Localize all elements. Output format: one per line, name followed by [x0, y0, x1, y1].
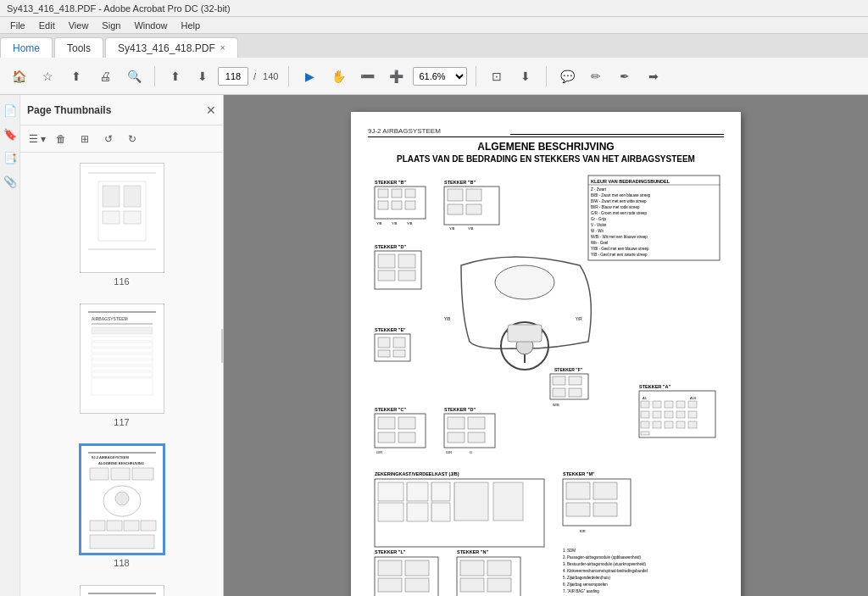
svg-text:KLEUR VAN BEDRADINGSBUNDEL: KLEUR VAN BEDRADINGSBUNDEL [591, 179, 670, 184]
svg-rect-147 [378, 482, 403, 501]
search-icon[interactable]: 🔍 [122, 64, 146, 88]
svg-text:STEKKER "B": STEKKER "B" [375, 180, 406, 185]
pointer-tool[interactable]: ▶ [298, 64, 321, 88]
view-mode-icon[interactable]: ⊡ [485, 64, 509, 88]
thumbnail-img-116 [80, 163, 164, 273]
thumbnail-119[interactable]: AIRBAGSYSTEEM 119 [20, 582, 223, 596]
print-icon[interactable]: 🖨 [93, 64, 117, 88]
page-number-input[interactable] [218, 67, 248, 86]
svg-rect-176 [487, 560, 511, 576]
main-area: 📄 🔖 📑 📎 Page Thumbnails ✕ ☰ ▾ 🗑 ⊞ ↺ ↻ [0, 95, 868, 596]
svg-text:STEKKER "M": STEKKER "M" [563, 471, 595, 476]
svg-text:AIRBAGSYSTEEM: AIRBAGSYSTEEM [92, 316, 128, 321]
svg-rect-125 [653, 421, 661, 428]
zoom-select[interactable]: 61.6% 50% 75% 100% 125% 150% 200% [413, 67, 467, 86]
tab-file[interactable]: Sy413_416_418.PDF × [105, 37, 238, 58]
home-icon[interactable]: 🏠 [7, 64, 31, 88]
tab-file-label: Sy413_416_418.PDF [118, 42, 215, 54]
pen-icon[interactable]: ✏ [584, 64, 608, 88]
airbag-diagram-svg: STEKKER "B" Y/B Y/B Y/B STEKKER "B" [368, 172, 724, 596]
zoom-in-icon[interactable]: ➕ [384, 64, 408, 88]
svg-rect-167 [378, 560, 402, 576]
pdf-subtitle: PLAATS VAN DE BEDRADING EN STEKKERS VAN … [368, 154, 724, 164]
thumbnail-117[interactable]: AIRBAGSYSTEEM 117 [20, 300, 223, 431]
menu-file[interactable]: File [3, 20, 32, 31]
svg-text:6. Zijairbag sensorspoelen: 6. Zijairbag sensorspoelen [563, 582, 608, 587]
svg-rect-12 [92, 327, 153, 334]
svg-text:7. "AIR BAG" aarding: 7. "AIR BAG" aarding [563, 589, 599, 593]
tab-tools[interactable]: Tools [54, 37, 103, 58]
menu-edit[interactable]: Edit [32, 20, 62, 31]
sidebar-tools: ☰ ▾ 🗑 ⊞ ↺ ↻ [20, 125, 223, 153]
svg-rect-60 [448, 189, 463, 201]
svg-text:STEKKER "A": STEKKER "A" [639, 384, 670, 389]
thumbnail-116[interactable]: 116 [20, 159, 223, 290]
menu-help[interactable]: Help [175, 20, 208, 31]
comment-icon[interactable]: 💬 [555, 64, 579, 88]
svg-rect-119 [641, 411, 649, 418]
tab-close-icon[interactable]: × [220, 43, 225, 53]
sidebar-close-icon[interactable]: ✕ [206, 103, 216, 117]
svg-rect-124 [641, 421, 649, 428]
layers-icon[interactable]: 📑 [2, 149, 19, 166]
svg-rect-86 [398, 270, 415, 281]
sidebar-header: Page Thumbnails ✕ [20, 95, 223, 125]
thumbnails-icon[interactable]: 📄 [2, 102, 19, 119]
toolbar-sep-4 [546, 66, 547, 86]
thumb-svg-118: 9J-2 AIRBAGSYSTEEM ALGEMENE BESCHRIJVING [81, 446, 163, 553]
scroll-icon[interactable]: ⬇ [514, 64, 537, 88]
bookmarks-icon[interactable]: 🔖 [2, 125, 19, 142]
menu-view[interactable]: View [62, 20, 96, 31]
bookmark-icon[interactable]: ☆ [36, 64, 59, 88]
prev-page-icon[interactable]: ⬆ [164, 64, 187, 88]
svg-point-93 [495, 265, 554, 299]
svg-text:Y/R: Y/R [576, 317, 582, 321]
page-navigation: ⬆ ⬇ / 140 [164, 64, 280, 88]
attachments-icon[interactable]: 📎 [2, 173, 19, 190]
tab-home[interactable]: Home [0, 37, 53, 58]
svg-text:V     -  Violet: V - Violet [591, 223, 607, 227]
svg-rect-134 [378, 432, 395, 443]
share-icon[interactable]: ➡ [642, 64, 665, 88]
svg-rect-31 [107, 521, 122, 531]
title-bar: Sy413_416_418.PDF - Adobe Acrobat Pro DC… [0, 0, 868, 17]
hand-tool[interactable]: ✋ [326, 64, 350, 88]
menu-sign[interactable]: Sign [95, 20, 127, 31]
pdf-view-area[interactable]: 9J-2 AIRBAGSYSTEEM ALGEMENE BESCHRIJVING… [224, 95, 868, 596]
upload-icon[interactable]: ⬆ [64, 64, 88, 88]
svg-rect-127 [676, 421, 685, 428]
svg-rect-122 [676, 411, 685, 418]
thumbnail-options-btn[interactable]: ☰ ▾ [27, 129, 47, 149]
svg-rect-35 [81, 587, 163, 596]
svg-rect-34 [90, 535, 154, 549]
sidebar-collapse-handle[interactable]: ‹ [221, 329, 224, 363]
svg-text:Y/B: Y/B [392, 221, 398, 226]
svg-text:5. Zijairbagonderdelen(huis): 5. Zijairbagonderdelen(huis) [563, 576, 611, 580]
svg-rect-102 [569, 388, 581, 397]
zoom-out-icon[interactable]: ➖ [355, 64, 379, 88]
svg-text:Y/B: Y/B [449, 226, 455, 231]
svg-text:STEKKER "D": STEKKER "D" [444, 407, 476, 412]
svg-text:STEKKER "F": STEKKER "F" [554, 367, 583, 372]
rotate-ccw-btn[interactable]: ↺ [98, 129, 119, 149]
svg-rect-150 [407, 503, 428, 521]
signature-icon[interactable]: ✒ [613, 64, 637, 88]
svg-rect-149 [407, 482, 428, 501]
thumbnail-118[interactable]: 9J-2 AIRBAGSYSTEEM ALGEMENE BESCHRIJVING [20, 441, 223, 571]
rotate-cw-btn[interactable]: ↻ [122, 129, 142, 149]
next-page-icon[interactable]: ⬇ [191, 64, 214, 88]
thumbnail-img-118: 9J-2 AIRBAGSYSTEEM ALGEMENE BESCHRIJVING [80, 444, 164, 554]
delete-page-btn[interactable]: 🗑 [51, 129, 71, 149]
svg-rect-49 [378, 189, 388, 198]
svg-text:Y/B: Y/B [376, 221, 382, 226]
svg-rect-101 [553, 388, 565, 397]
insert-page-btn[interactable]: ⊞ [75, 129, 95, 149]
svg-text:G/R  -  Groen met een rode str: G/R - Groen met een rode streep [591, 211, 648, 215]
svg-rect-121 [665, 411, 673, 418]
menu-window[interactable]: Window [127, 20, 174, 31]
svg-text:ZEKERINGKAST/VERDEELKAST (J/B): ZEKERINGKAST/VERDEELKAST (J/B) [375, 471, 459, 476]
thumbnail-scroll-area[interactable]: 116 AIRBAGSYSTEEM [20, 153, 223, 596]
svg-text:W/B: W/B [553, 403, 559, 407]
svg-rect-100 [569, 376, 581, 385]
svg-rect-53 [392, 201, 402, 209]
